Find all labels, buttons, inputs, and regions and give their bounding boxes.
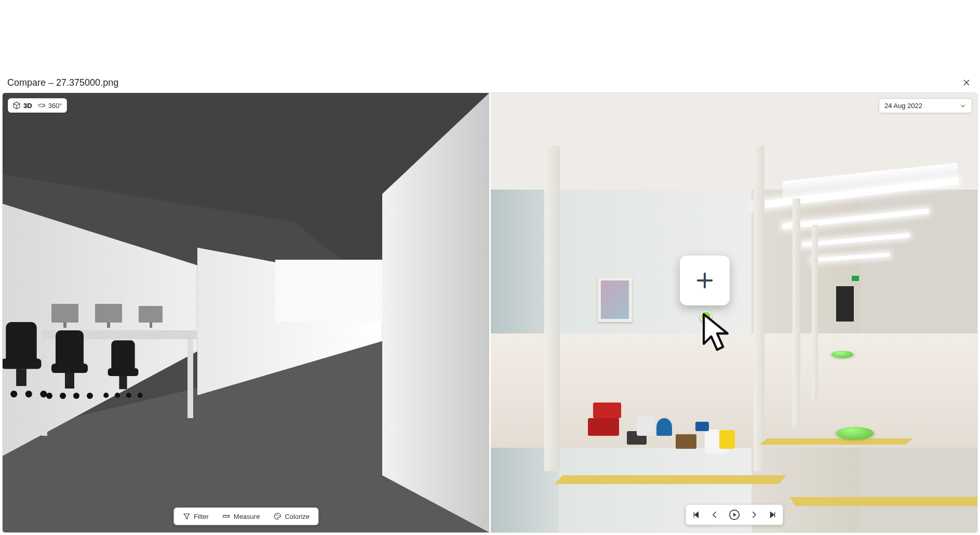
ruler-icon xyxy=(222,512,231,520)
rotate-icon xyxy=(37,101,46,110)
model-viewport[interactable]: 3D 360° Filter Measure Colori xyxy=(3,93,489,532)
plus-icon xyxy=(694,270,715,291)
date-select[interactable]: 24 Aug 2022 xyxy=(879,98,972,113)
window-title: Compare – 27.375000.png xyxy=(7,77,118,88)
close-icon xyxy=(962,78,971,87)
nav-first-button[interactable] xyxy=(690,509,702,520)
date-value: 24 Aug 2022 xyxy=(884,102,922,110)
view-3d-label: 3D xyxy=(23,102,32,110)
colorize-button[interactable]: Colorize xyxy=(270,511,313,521)
filter-icon xyxy=(182,512,191,520)
cursor-icon xyxy=(700,313,731,356)
chevron-left-icon xyxy=(710,510,719,519)
timeline-nav xyxy=(686,504,783,525)
play-circle-icon xyxy=(729,509,740,520)
nav-play-button[interactable] xyxy=(728,508,741,521)
skip-forward-icon xyxy=(768,510,777,519)
chevron-right-icon xyxy=(749,510,759,519)
close-button[interactable] xyxy=(960,76,973,89)
cube-icon xyxy=(12,101,21,110)
measure-button[interactable]: Measure xyxy=(219,511,263,521)
model-toolbar: Filter Measure Colorize xyxy=(173,507,318,525)
svg-point-3 xyxy=(277,514,278,515)
view-360-button[interactable]: 360° xyxy=(37,101,62,110)
measure-label: Measure xyxy=(234,513,260,520)
svg-point-4 xyxy=(278,515,279,516)
view-mode-toggle: 3D 360° xyxy=(8,98,67,113)
chevron-down-icon xyxy=(959,102,966,110)
svg-point-0 xyxy=(38,104,45,106)
photo-scene xyxy=(491,93,977,532)
view-360-label: 360° xyxy=(48,102,62,110)
palette-icon xyxy=(273,512,281,520)
compare-container: 3D 360° Filter Measure Colori xyxy=(2,92,978,533)
model-scene xyxy=(3,93,489,532)
nav-last-button[interactable] xyxy=(767,509,778,520)
nav-next-button[interactable] xyxy=(748,509,760,520)
nav-prev-button[interactable] xyxy=(709,509,720,520)
photo-viewport[interactable]: 24 Aug 2022 xyxy=(489,93,977,532)
filter-button[interactable]: Filter xyxy=(179,511,212,521)
view-3d-button[interactable]: 3D xyxy=(12,101,32,110)
blank-margin xyxy=(0,0,980,73)
colorize-label: Colorize xyxy=(285,513,310,520)
svg-point-2 xyxy=(276,515,276,516)
skip-back-icon xyxy=(691,510,701,519)
add-hotspot-button[interactable] xyxy=(680,256,730,305)
filter-label: Filter xyxy=(194,513,209,520)
window-titlebar: Compare – 27.375000.png xyxy=(0,73,980,92)
